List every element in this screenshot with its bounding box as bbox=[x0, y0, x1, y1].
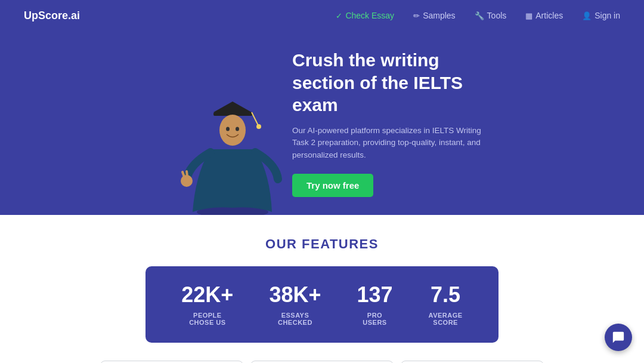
hero-section: Crush the writing section of the IELTS e… bbox=[0, 31, 644, 215]
stat-score-label: AVERAGESCORE bbox=[429, 312, 463, 326]
feature-card-analysis: ✓ Deep analysis and rewrites bbox=[250, 361, 394, 363]
stat-score: 7.5 AVERAGESCORE bbox=[429, 283, 463, 326]
svg-line-9 bbox=[182, 172, 184, 177]
stat-pro-label: PROUSERS bbox=[357, 312, 392, 326]
hero-description: Our AI-powered platform specializes in I… bbox=[292, 125, 483, 162]
hero-title: Crush the writing section of the IELTS e… bbox=[292, 49, 483, 116]
stat-essays-number: 38K+ bbox=[269, 283, 321, 307]
stat-pro-number: 137 bbox=[357, 283, 392, 307]
nav-samples[interactable]: ✏ Samples bbox=[413, 11, 455, 20]
stat-people-number: 22K+ bbox=[181, 283, 233, 307]
stat-score-number: 7.5 bbox=[429, 283, 463, 307]
nav-check-essay[interactable]: ✓ Check Essay bbox=[336, 11, 394, 20]
feature-card-feedback: ✓ Instant feedback and scoring bbox=[100, 361, 243, 363]
features-section: OUR FEATURES 22K+ PEOPLECHOSE US 38K+ ES… bbox=[0, 215, 644, 363]
nav-articles[interactable]: ▦ Articles bbox=[525, 11, 563, 20]
stats-box: 22K+ PEOPLECHOSE US 38K+ ESSAYSCHECKED 1… bbox=[145, 266, 498, 343]
grid-icon: ▦ bbox=[525, 11, 532, 20]
chat-bubble-button[interactable] bbox=[605, 324, 632, 351]
nav-tools[interactable]: 🔧 Tools bbox=[475, 11, 507, 20]
svg-point-4 bbox=[256, 124, 261, 129]
stat-pro: 137 PROUSERS bbox=[357, 283, 392, 326]
svg-marker-2 bbox=[213, 101, 252, 112]
feature-card-topics: ✓ 30 Writing Task 2 topics bbox=[401, 361, 544, 363]
stat-people-label: PEOPLECHOSE US bbox=[181, 312, 233, 326]
features-title: OUR FEATURES bbox=[265, 236, 379, 252]
nav-signin[interactable]: 👤 Sign in bbox=[582, 11, 620, 20]
stat-essays: 38K+ ESSAYSCHECKED bbox=[269, 283, 321, 326]
check-icon: ✓ bbox=[336, 11, 342, 20]
hero-image bbox=[167, 96, 298, 215]
pencil-icon: ✏ bbox=[413, 11, 420, 20]
wrench-icon: 🔧 bbox=[475, 11, 484, 20]
navbar: UpScore.ai ✓ Check Essay ✏ Samples 🔧 Too… bbox=[0, 0, 644, 31]
svg-line-10 bbox=[187, 171, 187, 176]
stat-essays-label: ESSAYSCHECKED bbox=[269, 312, 321, 326]
feature-cards-grid: ✓ Instant feedback and scoring ✓ Deep an… bbox=[100, 361, 544, 363]
svg-point-5 bbox=[219, 115, 246, 146]
logo: UpScore.ai bbox=[24, 10, 80, 22]
stat-people: 22K+ PEOPLECHOSE US bbox=[181, 283, 233, 326]
svg-point-6 bbox=[226, 127, 230, 131]
chat-icon bbox=[612, 331, 625, 344]
hero-content: Crush the writing section of the IELTS e… bbox=[292, 31, 483, 215]
svg-point-7 bbox=[236, 127, 239, 131]
user-icon: 👤 bbox=[582, 11, 592, 20]
try-now-button[interactable]: Try now free bbox=[292, 174, 373, 197]
svg-line-3 bbox=[252, 112, 258, 125]
